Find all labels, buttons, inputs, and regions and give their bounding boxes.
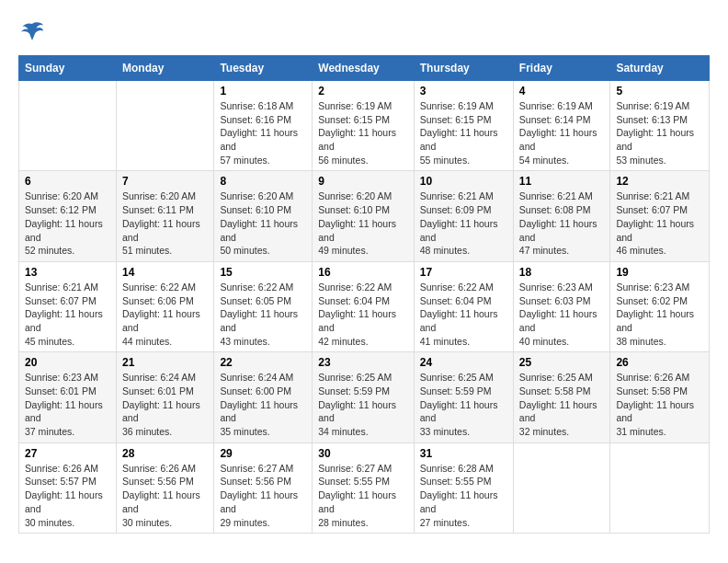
sunset-info: Sunset: 6:10 PM bbox=[220, 203, 306, 217]
sunrise-info: Sunrise: 6:27 AM bbox=[220, 462, 306, 476]
day-info: Sunrise: 6:23 AMSunset: 6:02 PMDaylight:… bbox=[616, 281, 703, 348]
daylight-label: Daylight: 11 hours and bbox=[519, 398, 605, 425]
sunrise-info: Sunrise: 6:21 AM bbox=[25, 281, 110, 294]
calendar-cell bbox=[610, 442, 710, 533]
day-info: Sunrise: 6:19 AMSunset: 6:13 PMDaylight:… bbox=[616, 99, 703, 167]
daylight-label: Daylight: 11 hours and bbox=[519, 126, 605, 153]
sunset-info: Sunset: 6:08 PM bbox=[519, 203, 605, 217]
sunset-info: Sunset: 6:01 PM bbox=[25, 385, 110, 398]
calendar-cell: 9Sunrise: 6:20 AMSunset: 6:10 PMDaylight… bbox=[313, 171, 415, 261]
sunrise-info: Sunrise: 6:22 AM bbox=[420, 281, 507, 294]
day-number: 4 bbox=[519, 85, 605, 98]
calendar-header-row: SundayMondayTuesdayWednesdayThursdayFrid… bbox=[19, 56, 710, 81]
sunset-info: Sunset: 6:07 PM bbox=[25, 294, 110, 308]
calendar-cell: 23Sunrise: 6:25 AMSunset: 5:59 PMDayligh… bbox=[313, 352, 415, 442]
daylight-minutes: 56 minutes. bbox=[318, 154, 408, 167]
daylight-minutes: 35 minutes. bbox=[220, 425, 306, 439]
calendar-cell: 26Sunrise: 6:26 AMSunset: 5:58 PMDayligh… bbox=[610, 352, 710, 442]
daylight-minutes: 41 minutes. bbox=[420, 335, 507, 349]
sunset-info: Sunset: 6:04 PM bbox=[420, 294, 507, 308]
day-info: Sunrise: 6:20 AMSunset: 6:11 PMDaylight:… bbox=[122, 190, 208, 257]
sunrise-info: Sunrise: 6:21 AM bbox=[616, 190, 703, 203]
sunrise-info: Sunrise: 6:20 AM bbox=[25, 190, 110, 203]
calendar-cell: 20Sunrise: 6:23 AMSunset: 6:01 PMDayligh… bbox=[19, 352, 117, 442]
daylight-minutes: 43 minutes. bbox=[220, 335, 306, 349]
daylight-label: Daylight: 11 hours and bbox=[616, 398, 703, 425]
sunset-info: Sunset: 6:05 PM bbox=[220, 294, 306, 308]
daylight-minutes: 29 minutes. bbox=[220, 516, 306, 530]
day-number: 16 bbox=[318, 266, 408, 279]
daylight-minutes: 52 minutes. bbox=[25, 244, 110, 258]
sunset-info: Sunset: 5:59 PM bbox=[318, 385, 408, 398]
sunrise-info: Sunrise: 6:26 AM bbox=[616, 371, 703, 385]
calendar-cell: 2Sunrise: 6:19 AMSunset: 6:15 PMDaylight… bbox=[313, 81, 415, 171]
daylight-label: Daylight: 11 hours and bbox=[318, 488, 408, 515]
calendar-cell: 17Sunrise: 6:22 AMSunset: 6:04 PMDayligh… bbox=[414, 261, 513, 351]
daylight-minutes: 40 minutes. bbox=[519, 335, 605, 349]
day-number: 28 bbox=[122, 447, 208, 460]
daylight-label: Daylight: 11 hours and bbox=[25, 217, 110, 244]
daylight-minutes: 32 minutes. bbox=[519, 425, 605, 439]
daylight-label: Daylight: 11 hours and bbox=[616, 217, 703, 244]
calendar-cell: 4Sunrise: 6:19 AMSunset: 6:14 PMDaylight… bbox=[513, 81, 610, 171]
week-row-3: 13Sunrise: 6:21 AMSunset: 6:07 PMDayligh… bbox=[19, 261, 710, 351]
daylight-label: Daylight: 11 hours and bbox=[122, 398, 208, 425]
daylight-label: Daylight: 11 hours and bbox=[616, 307, 703, 334]
day-info: Sunrise: 6:19 AMSunset: 6:14 PMDaylight:… bbox=[519, 99, 605, 167]
sunrise-info: Sunrise: 6:26 AM bbox=[122, 462, 208, 476]
day-number: 18 bbox=[519, 266, 605, 279]
day-number: 2 bbox=[318, 85, 408, 98]
logo-icon bbox=[18, 18, 46, 46]
header-saturday: Saturday bbox=[610, 56, 710, 81]
daylight-label: Daylight: 11 hours and bbox=[25, 398, 110, 425]
daylight-label: Daylight: 11 hours and bbox=[220, 398, 306, 425]
header-sunday: Sunday bbox=[19, 56, 117, 81]
day-info: Sunrise: 6:22 AMSunset: 6:04 PMDaylight:… bbox=[318, 281, 408, 348]
week-row-1: 1Sunrise: 6:18 AMSunset: 6:16 PMDaylight… bbox=[19, 81, 710, 171]
day-info: Sunrise: 6:20 AMSunset: 6:12 PMDaylight:… bbox=[25, 190, 110, 257]
day-info: Sunrise: 6:27 AMSunset: 5:56 PMDaylight:… bbox=[220, 462, 306, 529]
day-number: 22 bbox=[220, 356, 306, 369]
calendar-cell: 16Sunrise: 6:22 AMSunset: 6:04 PMDayligh… bbox=[313, 261, 415, 351]
sunset-info: Sunset: 6:03 PM bbox=[519, 294, 605, 308]
day-number: 17 bbox=[420, 266, 507, 279]
daylight-label: Daylight: 11 hours and bbox=[318, 307, 408, 334]
daylight-minutes: 38 minutes. bbox=[616, 335, 703, 349]
sunrise-info: Sunrise: 6:24 AM bbox=[220, 371, 306, 385]
day-info: Sunrise: 6:20 AMSunset: 6:10 PMDaylight:… bbox=[220, 190, 306, 257]
sunset-info: Sunset: 6:13 PM bbox=[616, 113, 703, 127]
calendar-cell: 31Sunrise: 6:28 AMSunset: 5:55 PMDayligh… bbox=[414, 442, 513, 533]
day-number: 8 bbox=[220, 175, 306, 188]
day-info: Sunrise: 6:22 AMSunset: 6:04 PMDaylight:… bbox=[420, 281, 507, 348]
header-tuesday: Tuesday bbox=[214, 56, 313, 81]
sunset-info: Sunset: 6:14 PM bbox=[519, 113, 605, 127]
sunset-info: Sunset: 6:15 PM bbox=[420, 113, 507, 127]
daylight-label: Daylight: 11 hours and bbox=[318, 398, 408, 425]
daylight-label: Daylight: 11 hours and bbox=[220, 488, 306, 515]
daylight-minutes: 31 minutes. bbox=[616, 425, 703, 439]
calendar-cell: 6Sunrise: 6:20 AMSunset: 6:12 PMDaylight… bbox=[19, 171, 117, 261]
calendar-cell: 30Sunrise: 6:27 AMSunset: 5:55 PMDayligh… bbox=[313, 442, 415, 533]
daylight-label: Daylight: 11 hours and bbox=[220, 217, 306, 244]
daylight-label: Daylight: 11 hours and bbox=[122, 307, 208, 334]
daylight-minutes: 42 minutes. bbox=[318, 335, 408, 349]
calendar-cell: 15Sunrise: 6:22 AMSunset: 6:05 PMDayligh… bbox=[214, 261, 313, 351]
sunrise-info: Sunrise: 6:22 AM bbox=[220, 281, 306, 294]
day-number: 29 bbox=[220, 447, 306, 460]
sunrise-info: Sunrise: 6:21 AM bbox=[420, 190, 507, 203]
day-info: Sunrise: 6:21 AMSunset: 6:08 PMDaylight:… bbox=[519, 190, 605, 257]
sunset-info: Sunset: 5:57 PM bbox=[25, 475, 110, 488]
day-number: 6 bbox=[25, 175, 110, 188]
day-number: 27 bbox=[25, 447, 110, 460]
daylight-label: Daylight: 11 hours and bbox=[519, 307, 605, 334]
daylight-minutes: 37 minutes. bbox=[25, 425, 110, 439]
sunrise-info: Sunrise: 6:19 AM bbox=[420, 99, 507, 113]
daylight-minutes: 36 minutes. bbox=[122, 425, 208, 439]
day-info: Sunrise: 6:21 AMSunset: 6:07 PMDaylight:… bbox=[25, 281, 110, 348]
day-info: Sunrise: 6:24 AMSunset: 6:01 PMDaylight:… bbox=[122, 371, 208, 438]
calendar-cell: 13Sunrise: 6:21 AMSunset: 6:07 PMDayligh… bbox=[19, 261, 117, 351]
day-info: Sunrise: 6:21 AMSunset: 6:09 PMDaylight:… bbox=[420, 190, 507, 257]
day-number: 5 bbox=[616, 85, 703, 98]
day-number: 23 bbox=[318, 356, 408, 369]
calendar-cell bbox=[513, 442, 610, 533]
